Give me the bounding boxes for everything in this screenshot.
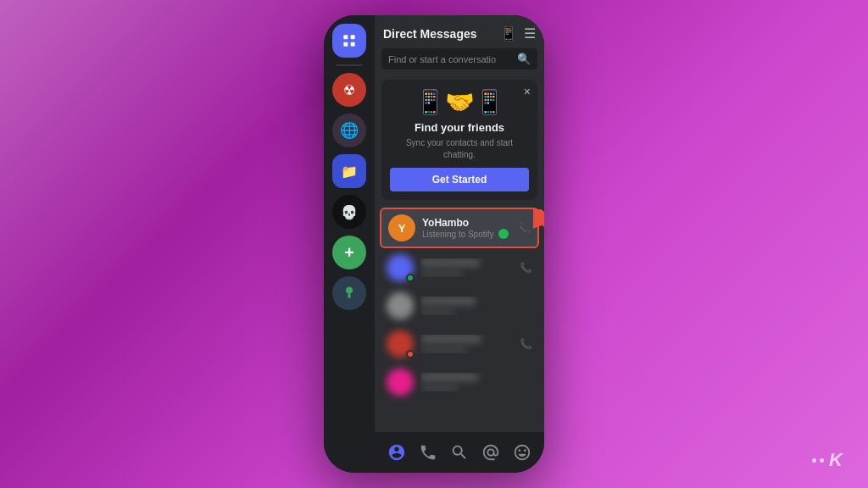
svg-rect-0 — [343, 35, 348, 39]
svg-point-4 — [346, 287, 353, 294]
find-friends-card: × 📱🤝📱 Find your friends Sync your contac… — [381, 80, 537, 200]
card-subtitle: Sync your contacts and start chatting. — [390, 137, 529, 161]
dm-title: Direct Messages — [383, 27, 477, 41]
avatar-status-yohambo: Y — [388, 214, 415, 241]
nav-search-icon[interactable] — [450, 443, 469, 462]
dm-user-info-user4 — [420, 335, 513, 353]
dm-status-yohambo: Listening to Spotify — [422, 229, 511, 239]
avatar-status-user2 — [387, 254, 414, 281]
sidebar-item-home[interactable] — [332, 24, 366, 58]
nav-home-icon[interactable] — [387, 443, 406, 462]
sidebar-item-server2[interactable]: 🌐 — [332, 114, 366, 147]
dm-panel: Direct Messages 📱 ☰ Find or start a conv… — [375, 15, 544, 473]
server-sidebar: ☢ 🌐 📁 💀 + — [324, 15, 375, 473]
dm-user-info-user3 — [420, 297, 532, 315]
blurred-name-user3 — [420, 297, 476, 305]
blurred-status-user3 — [420, 308, 454, 315]
status-dot-user4 — [406, 350, 415, 358]
svg-rect-1 — [351, 35, 355, 39]
avatar-status-user3 — [387, 292, 414, 319]
nav-call-icon[interactable] — [419, 443, 437, 462]
dm-user-info-yohambo: YoHambo Listening to Spotify — [422, 217, 511, 239]
sidebar-item-server3[interactable]: 📁 — [332, 154, 366, 188]
listening-text: Listening to Spotify — [422, 230, 494, 239]
sidebar-item-server1[interactable]: ☢ — [332, 73, 366, 107]
nav-mention-icon[interactable] — [481, 443, 500, 462]
blurred-name-user2 — [420, 258, 480, 267]
card-title: Find your friends — [390, 121, 529, 134]
dm-action-yohambo[interactable]: 📞 — [518, 222, 531, 234]
dm-item-user2[interactable]: 📞 — [380, 249, 539, 286]
menu-icon[interactable]: ☰ — [524, 25, 536, 42]
new-dm-icon[interactable]: 📱 — [500, 25, 517, 42]
red-arrow — [533, 209, 544, 247]
card-illustration: 📱🤝📱 — [390, 88, 529, 116]
dm-item-yohambo[interactable]: Y YoHambo Listening to Spotify 📞 — [380, 208, 539, 248]
search-placeholder: Find or start a conversatio — [388, 54, 512, 64]
svg-rect-2 — [343, 42, 348, 47]
sidebar-item-add[interactable]: + — [332, 236, 366, 269]
phone-container: ☢ 🌐 📁 💀 + Direct Messages 📱 ☰ Find or st… — [324, 15, 544, 473]
blurred-status-user4 — [420, 347, 467, 353]
sidebar-item-server4[interactable]: 💀 — [332, 195, 366, 229]
watermark-dots — [812, 458, 824, 463]
nav-emoji-icon[interactable] — [513, 443, 531, 462]
dm-user-info-user5 — [420, 373, 532, 391]
status-dot-user2 — [406, 274, 415, 282]
avatar-status-user5 — [387, 369, 414, 396]
close-button[interactable]: × — [524, 85, 531, 98]
svg-rect-5 — [348, 294, 350, 298]
avatar-yohambo: Y — [388, 214, 415, 241]
dm-list: Y YoHambo Listening to Spotify 📞 — [375, 207, 544, 432]
dm-item-user3[interactable] — [380, 287, 539, 324]
watermark-letter: K — [829, 449, 843, 471]
search-icon: 🔍 — [517, 53, 531, 65]
dm-username-yohambo: YoHambo — [422, 217, 511, 229]
spotify-icon — [498, 229, 509, 239]
watermark-dot-2 — [820, 458, 824, 463]
server-divider — [336, 64, 363, 66]
dm-user-info-user2 — [420, 258, 513, 277]
sidebar-item-explore[interactable] — [332, 276, 366, 310]
watermark: K — [812, 449, 843, 471]
bottom-nav — [375, 432, 544, 473]
avatar-status-user4 — [387, 330, 414, 358]
avatar-user5 — [387, 369, 414, 396]
blurred-name-user4 — [420, 335, 481, 343]
svg-rect-3 — [351, 42, 355, 47]
get-started-button[interactable]: Get Started — [390, 168, 529, 191]
watermark-dot-1 — [812, 458, 816, 463]
dm-header-icons: 📱 ☰ — [500, 25, 536, 42]
dm-item-user4[interactable]: 📞 — [380, 325, 539, 363]
phone-emoji: 📱🤝📱 — [415, 88, 504, 116]
dm-action-user2[interactable]: 📞 — [520, 262, 532, 274]
search-bar[interactable]: Find or start a conversatio 🔍 — [381, 48, 537, 69]
blurred-status-user2 — [420, 270, 463, 277]
dm-header: Direct Messages 📱 ☰ — [375, 15, 544, 48]
blurred-name-user5 — [420, 373, 478, 381]
dm-item-user5[interactable] — [380, 363, 539, 401]
blurred-status-user5 — [420, 385, 459, 391]
dm-action-user4[interactable]: 📞 — [520, 338, 532, 350]
avatar-user3 — [387, 292, 414, 319]
